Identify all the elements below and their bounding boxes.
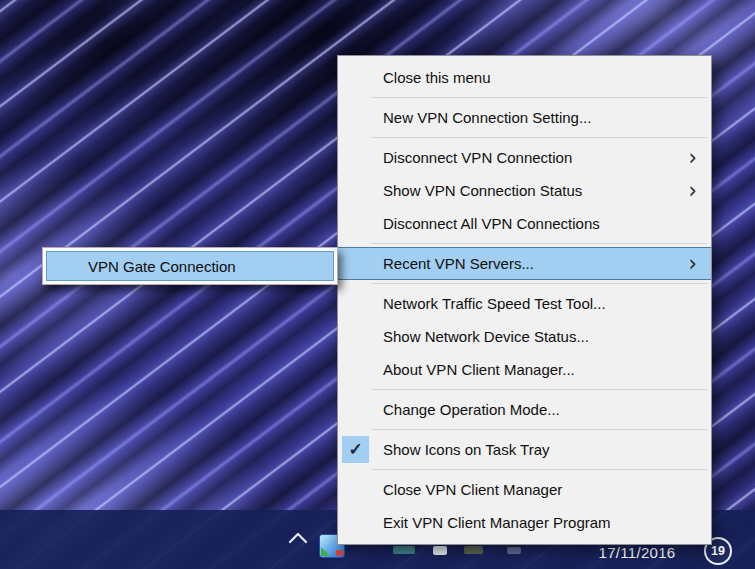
- tray-icon-sliver[interactable]: [464, 546, 483, 554]
- menu-item-disconnect-vpn-connection[interactable]: Disconnect VPN Connection ›: [338, 141, 711, 174]
- menu-separator: [371, 389, 707, 390]
- submenu-item-vpn-gate-connection[interactable]: VPN Gate Connection: [46, 251, 334, 281]
- menu-separator: [371, 283, 707, 284]
- menu-item-change-operation-mode[interactable]: Change Operation Mode...: [338, 393, 711, 426]
- menu-item-exit-vpn-client-manager-program[interactable]: Exit VPN Client Manager Program: [338, 506, 711, 539]
- menu-item-about-vpn-client-manager[interactable]: About VPN Client Manager...: [338, 353, 711, 386]
- menu-separator: [371, 137, 707, 138]
- menu-item-show-network-device-status[interactable]: Show Network Device Status...: [338, 320, 711, 353]
- menu-item-network-traffic-speed-test-tool[interactable]: Network Traffic Speed Test Tool...: [338, 287, 711, 320]
- tray-icon-sliver[interactable]: [393, 546, 415, 554]
- taskbar-date[interactable]: 17/11/2016: [591, 544, 683, 561]
- desktop: 17/11/2016 19 Close this menu New VPN Co…: [0, 0, 755, 569]
- menu-separator: [371, 429, 707, 430]
- menu-item-disconnect-all-vpn-connections[interactable]: Disconnect All VPN Connections: [338, 207, 711, 240]
- menu-item-show-icons-on-task-tray[interactable]: ✓ Show Icons on Task Tray: [338, 433, 711, 466]
- menu-item-new-vpn-connection-setting[interactable]: New VPN Connection Setting...: [338, 101, 711, 134]
- menu-item-close-vpn-client-manager[interactable]: Close VPN Client Manager: [338, 473, 711, 506]
- submenu-arrow-icon: ›: [689, 146, 697, 169]
- menu-item-recent-vpn-servers[interactable]: Recent VPN Servers... ›: [338, 247, 711, 280]
- red-dot-icon: [336, 550, 343, 556]
- notification-count: 19: [711, 544, 725, 558]
- checkmark-icon: ✓: [342, 436, 369, 463]
- vpn-tray-context-menu: Close this menu New VPN Connection Setti…: [337, 55, 712, 545]
- recent-vpn-servers-submenu: VPN Gate Connection: [42, 247, 338, 285]
- green-arrow-icon: [321, 547, 330, 556]
- tray-icon-sliver[interactable]: [507, 547, 521, 554]
- menu-separator: [371, 243, 707, 244]
- submenu-arrow-icon: ›: [689, 252, 697, 275]
- menu-item-close-this-menu[interactable]: Close this menu: [338, 61, 711, 94]
- tray-expand-chevron-icon[interactable]: [286, 529, 310, 551]
- menu-item-show-vpn-connection-status[interactable]: Show VPN Connection Status ›: [338, 174, 711, 207]
- tray-icon-sliver[interactable]: [433, 546, 447, 555]
- menu-separator: [371, 469, 707, 470]
- menu-separator: [371, 97, 707, 98]
- submenu-arrow-icon: ›: [689, 179, 697, 202]
